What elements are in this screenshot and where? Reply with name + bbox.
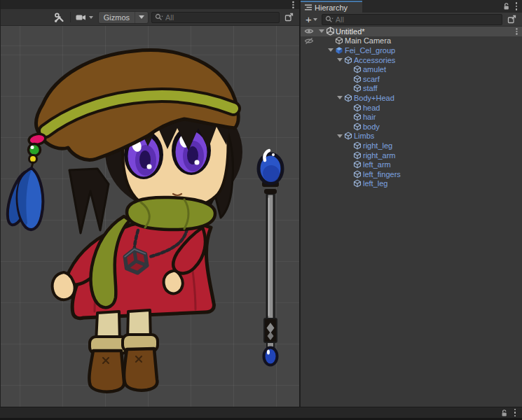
tree-item-left-arm[interactable]: left_arm [301,160,522,169]
character-right-hand [164,271,183,294]
statusbar-menu-kebab-icon[interactable] [514,409,516,417]
character-hat-charm [2,132,46,230]
cube-icon [352,65,362,74]
tree-item-label: scarf [362,75,380,83]
cube-icon [352,122,362,131]
tree-item-body[interactable]: body [301,122,522,132]
hierarchy-panel: Hierarchy + [301,0,522,407]
scene-toolbar: Gizmos [1,9,299,26]
eye-open-icon[interactable] [301,27,317,35]
staff-object[interactable] [259,150,282,365]
search-icon [325,15,334,23]
tree-item-label: right_leg [362,141,392,150]
cube-icon [343,56,353,64]
chevron-down-icon [89,16,93,19]
scene-camera-button[interactable] [74,11,95,24]
toolbar-divider [70,12,71,22]
cube-icon [352,170,362,178]
tree-item-main-camera[interactable]: Main Camera [301,36,522,46]
character-left-hand [53,272,75,300]
prefab-icon [334,46,344,55]
character-left-boot [89,351,124,392]
tools-icon[interactable] [51,11,67,24]
tree-item-left-fingers[interactable]: left_fingers [301,169,522,179]
expand-triangle-icon[interactable] [336,134,343,138]
list-icon [305,4,312,10]
cube-icon [352,179,362,188]
eye-crossed-icon[interactable] [301,37,317,45]
tree-item-right-leg[interactable]: right_leg [301,141,522,150]
character-fei-cel-group[interactable] [2,50,242,392]
unity-editor-window: Gizmos [0,0,522,420]
tree-item-body-head[interactable]: Body+Head [301,93,522,103]
tree-item-hair[interactable]: hair [301,112,522,122]
search-icon [155,13,163,21]
expand-triangle-icon[interactable] [336,58,343,62]
cube-icon [352,113,362,121]
expand-triangle-icon[interactable] [327,48,334,52]
hierarchy-popout-icon[interactable] [505,13,518,26]
lock-icon[interactable] [500,409,508,417]
camera-icon [76,13,86,22]
scene-view-panel: Gizmos [0,0,299,407]
scene-tabstrip [1,0,299,9]
expand-triangle-icon[interactable] [336,96,343,99]
tree-item-label: right_arm [362,151,395,160]
tab-hierarchy[interactable]: Hierarchy [301,1,362,13]
tree-item-scarf[interactable]: scarf [301,74,522,84]
tree-item-fei-cel-group[interactable]: Fei_Cel_group [301,46,522,55]
tree-item-label: Main Camera [344,36,391,45]
scene-menu-kebab-icon[interactable] [292,1,294,8]
tree-item-label: left_fingers [362,170,401,178]
tree-item-label: body [362,122,380,131]
tree-item-label: Untitled* [335,27,365,36]
add-gameobject-button[interactable]: + [304,14,319,24]
tree-item-label: amulet [362,65,386,74]
tree-item-accessories[interactable]: Accessories [301,55,522,65]
tree-item-label: left_leg [362,179,387,188]
cube-icon [334,36,344,45]
tree-item-limbs[interactable]: Limbs [301,132,522,141]
cube-icon [343,94,353,102]
tree-item-right-arm[interactable]: right_arm [301,150,522,160]
status-bar [0,407,522,418]
tree-item-label: hair [362,113,376,121]
lock-icon[interactable] [502,2,510,10]
hierarchy-tree: Untitled*Main CameraFei_Cel_groupAccesso… [301,27,522,188]
scene-popout-icon[interactable] [282,11,296,24]
expand-triangle-icon[interactable] [317,29,325,33]
gizmos-caret[interactable] [135,12,148,23]
tree-item-staff[interactable]: staff [301,84,522,94]
plus-icon: + [305,14,312,24]
hierarchy-tab-label: Hierarchy [315,4,348,12]
hierarchy-search-field[interactable] [322,14,502,25]
staff-gem [264,348,277,365]
scene-icon [325,27,335,36]
tree-item-label: Fei_Cel_group [344,46,395,55]
tree-item-left-leg[interactable]: left_leg [301,179,522,189]
tree-item-head[interactable]: head [301,103,522,113]
scene-search-input[interactable] [165,13,276,22]
chevron-down-icon [313,18,317,21]
cube-icon [352,104,362,112]
scene-search-field[interactable] [151,12,280,23]
cube-icon [352,141,362,150]
tree-item-label: staff [362,84,378,92]
hierarchy-menu-kebab-icon[interactable] [516,2,518,10]
tree-item-label: Accessories [353,56,395,64]
tree-item-amulet[interactable]: amulet [301,64,522,74]
gizmos-dropdown[interactable]: Gizmos [98,11,149,24]
cube-icon [343,132,353,140]
tree-item-label: head [362,104,380,112]
scene-canvas[interactable] [1,26,300,407]
cube-icon [352,84,362,92]
tree-item-label: Body+Head [353,94,394,102]
hierarchy-tabbar: Hierarchy [301,0,522,13]
row-kebab-icon[interactable] [516,27,522,36]
cube-icon [352,75,362,83]
gizmos-label: Gizmos [99,12,135,23]
tree-item-untitled-[interactable]: Untitled* [301,27,522,36]
tree-item-label: Limbs [353,132,374,140]
hierarchy-search-input[interactable] [336,15,499,24]
character-right-boot [124,349,157,391]
